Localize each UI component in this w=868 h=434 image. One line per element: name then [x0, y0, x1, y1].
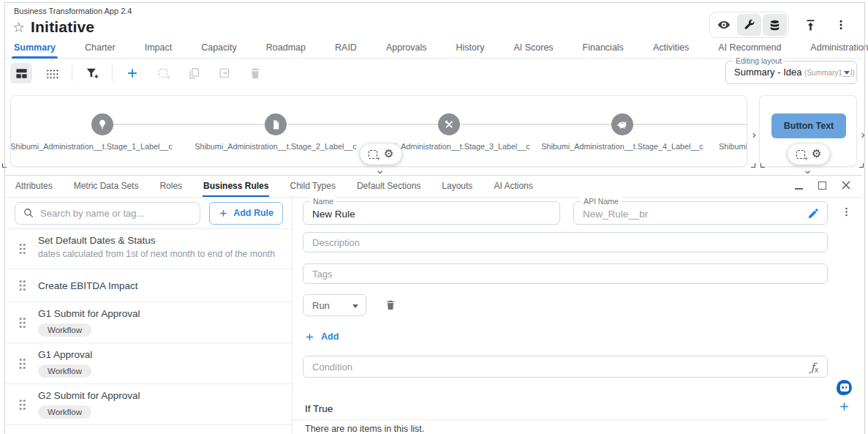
tab-financials[interactable]: Financials [582, 42, 624, 58]
resize-corner[interactable] [761, 163, 765, 168]
kebab-menu-icon [835, 18, 847, 31]
tab-history[interactable]: History [456, 42, 486, 58]
publish-button[interactable] [801, 15, 820, 34]
api-name-input[interactable] [574, 202, 827, 224]
add-rule-button[interactable]: Add Rule [209, 202, 283, 225]
tab-roadmap[interactable]: Roadmap [265, 42, 306, 58]
maximize-icon[interactable] [818, 182, 826, 190]
tab-capacity[interactable]: Capacity [200, 42, 238, 58]
rules-list-end [6, 424, 292, 434]
copy-button[interactable] [183, 63, 205, 83]
add-if-true-action-button[interactable] [839, 401, 850, 415]
search-input[interactable] [40, 208, 192, 219]
grid-view-button[interactable] [41, 63, 63, 83]
rule-row-create-ebitda-impact[interactable]: Create EBITDA Impact [6, 269, 292, 302]
drag-handle-icon[interactable] [18, 243, 26, 255]
close-icon[interactable] [842, 181, 850, 190]
stage-3-node[interactable] [438, 113, 460, 135]
kebab-menu-icon [841, 206, 852, 218]
tab-impact[interactable]: Impact [144, 42, 173, 58]
stage-edit-pill: ⚙ [360, 143, 402, 165]
drag-handle-icon[interactable] [18, 280, 26, 292]
rule-name: G1 Approval [38, 349, 284, 360]
resize-corner[interactable] [2, 163, 7, 168]
section-divider [293, 419, 829, 420]
rule-row-g1-approval[interactable]: G1 Approval Workflow [6, 343, 292, 384]
workflow-tag-chip: Workflow [38, 405, 91, 419]
rule-name: G1 Submit for Approval [38, 308, 284, 319]
resize-corner[interactable] [859, 163, 864, 168]
edit-pencil-icon[interactable] [807, 207, 820, 222]
tab-layouts[interactable]: Layouts [441, 181, 473, 197]
add-trigger-link[interactable]: Add [305, 332, 339, 342]
tab-ai-scores[interactable]: AI Scores [513, 42, 554, 58]
tab-ai-actions[interactable]: AI Actions [493, 181, 533, 197]
data-button[interactable] [763, 14, 787, 36]
favorite-star-icon[interactable]: ☆ [12, 20, 25, 34]
delete-button[interactable] [244, 63, 266, 83]
drag-handle-icon[interactable] [18, 398, 26, 411]
toolbar-separator [72, 65, 72, 81]
app-name: Business Transformation App 2.4 [14, 7, 132, 15]
scroll-right-icon[interactable] [859, 130, 867, 143]
rule-row-g1-submit[interactable]: G1 Submit for Approval Workflow [6, 302, 292, 343]
app-window: Business Transformation App 2.4 ☆ Initia… [0, 0, 868, 434]
tab-business-rules[interactable]: Business Rules [203, 181, 269, 197]
chevron-down-icon [844, 71, 850, 75]
stage-4-node[interactable] [611, 113, 633, 135]
more-menu-button[interactable] [831, 15, 850, 34]
tab-attributes[interactable]: Attributes [15, 181, 53, 197]
tab-summary[interactable]: Summary [13, 42, 56, 58]
tab-raid[interactable]: RAID [334, 42, 358, 58]
assistant-logo-icon[interactable] [837, 380, 852, 395]
tags-input[interactable] [303, 264, 827, 283]
duplicate-icon [218, 67, 232, 81]
layout-view-button[interactable] [10, 63, 32, 83]
name-input[interactable] [303, 202, 559, 224]
tab-approvals[interactable]: Approvals [385, 42, 428, 58]
tab-ai-recommend[interactable]: AI Recommend [717, 42, 782, 58]
tab-default-sections[interactable]: Default Sections [356, 181, 421, 197]
button-edit-pill: ⚙ [788, 143, 830, 165]
tab-child-types[interactable]: Child Types [289, 181, 336, 197]
dashed-select-icon[interactable] [796, 150, 805, 159]
scroll-right-icon[interactable] [750, 130, 758, 143]
duplicate-button[interactable] [214, 63, 235, 83]
delete-trigger-button[interactable] [385, 299, 396, 314]
configure-wrench-button[interactable] [737, 14, 761, 36]
add-filter-button[interactable] [81, 63, 103, 83]
stage-1-node[interactable] [91, 113, 113, 135]
description-input[interactable] [303, 233, 827, 252]
widget-button[interactable]: Button Text [771, 113, 846, 138]
tab-charter[interactable]: Charter [84, 42, 116, 58]
run-trigger-select[interactable]: Run [303, 294, 366, 316]
rule-row-set-default-dates[interactable]: Set Default Dates & Status dates calcula… [6, 228, 292, 269]
tab-roles[interactable]: Roles [159, 181, 183, 197]
preview-eye-button[interactable] [712, 14, 736, 36]
rule-row-g2-submit[interactable]: G2 Submit for Approval Workflow [6, 384, 292, 424]
database-icon [769, 19, 781, 31]
gear-icon[interactable]: ⚙ [812, 149, 821, 160]
filter-plus-icon [85, 66, 99, 81]
drag-handle-icon[interactable] [18, 316, 26, 329]
drag-handle-icon[interactable] [18, 357, 26, 370]
form-more-menu-button[interactable] [841, 206, 852, 221]
minimize-icon[interactable] [795, 188, 803, 190]
add-section-button[interactable] [121, 63, 143, 83]
tab-activities[interactable]: Activities [652, 42, 690, 58]
editing-layout-value: Summary - Idea [734, 67, 801, 78]
tab-administration[interactable]: Administration [809, 42, 868, 58]
stage-2-node[interactable] [265, 113, 287, 135]
select-element-button[interactable] [152, 63, 174, 83]
expand-down-icon[interactable] [373, 168, 386, 176]
resize-corner[interactable] [751, 163, 755, 168]
expand-down-icon[interactable] [801, 168, 814, 176]
editing-layout-select[interactable]: Editing layout Summary - Idea (Summary1_… [725, 61, 857, 84]
condition-input[interactable] [303, 356, 827, 377]
gear-icon[interactable]: ⚙ [384, 149, 393, 160]
add-rule-label: Add Rule [233, 208, 273, 218]
tab-metric-data-sets[interactable]: Metric Data Sets [73, 181, 140, 197]
formula-fx-icon[interactable]: ƒx [810, 361, 818, 374]
dashed-select-icon[interactable] [369, 150, 377, 159]
add-trigger-label: Add [321, 332, 339, 342]
